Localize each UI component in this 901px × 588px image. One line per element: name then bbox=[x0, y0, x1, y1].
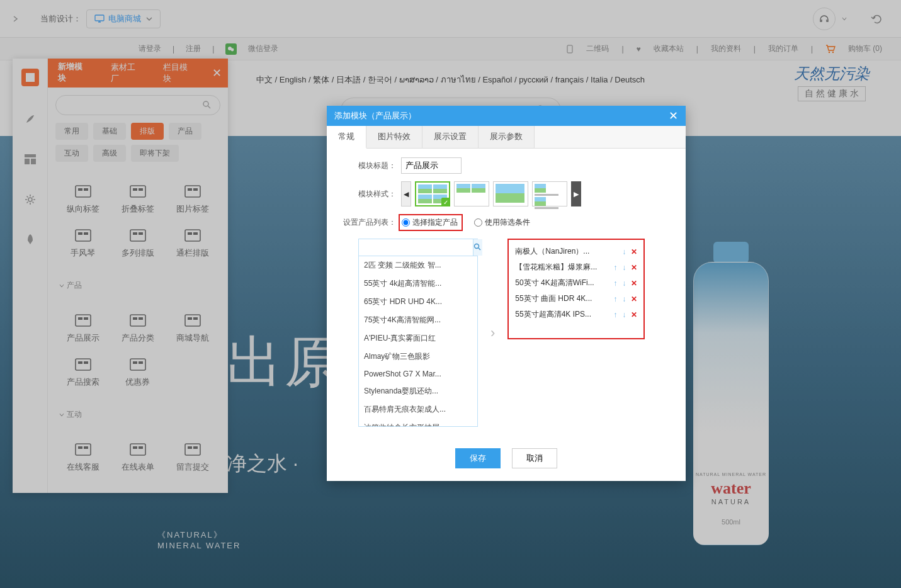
list-item[interactable]: 冰箱收纳盒长方形抽屉... bbox=[359, 419, 477, 426]
label-module-style: 模块样式： bbox=[339, 189, 396, 200]
selected-item: 南极人（NanJiren）...↑↓✕ bbox=[511, 244, 641, 259]
radio-use-filter[interactable]: 使用筛选条件 bbox=[474, 217, 530, 228]
list-item[interactable]: Almay矿物三色眼影 bbox=[359, 348, 477, 366]
save-button[interactable]: 保存 bbox=[455, 448, 501, 468]
list-item[interactable]: A'PIEU-真实雾面口红 bbox=[359, 329, 477, 348]
source-search-input[interactable] bbox=[359, 239, 473, 256]
style-prev-icon[interactable]: ◀ bbox=[401, 181, 411, 206]
move-up-icon[interactable]: ↑ bbox=[613, 279, 617, 288]
modal-tab-params[interactable]: 展示参数 bbox=[479, 126, 535, 148]
radio-select-products[interactable]: 选择指定产品 bbox=[402, 217, 458, 228]
remove-icon[interactable]: ✕ bbox=[631, 310, 637, 319]
selected-list: 南极人（NanJiren）...↑↓✕【雪花糯米糍】爆浆麻...↑↓✕50英寸 … bbox=[507, 239, 645, 339]
remove-icon[interactable]: ✕ bbox=[631, 279, 637, 288]
modal-header: 添加模块（产品展示） ✕ bbox=[327, 106, 686, 126]
source-search-icon[interactable] bbox=[473, 239, 482, 256]
label-module-title: 模块标题： bbox=[339, 161, 396, 171]
remove-icon[interactable]: ✕ bbox=[631, 263, 637, 272]
move-down-icon[interactable]: ↓ bbox=[622, 295, 626, 303]
selected-item: 50英寸 4K超高清WiFi...↑↓✕ bbox=[511, 275, 641, 291]
modal-close-icon[interactable]: ✕ bbox=[669, 109, 678, 123]
list-item[interactable]: 65英寸 HDR UHD 4K... bbox=[359, 293, 477, 311]
list-item[interactable]: Stylenanda婴肌还幼... bbox=[359, 382, 477, 400]
transfer-arrow-icon[interactable]: › bbox=[488, 325, 497, 341]
style-option-2[interactable] bbox=[454, 181, 489, 206]
move-down-icon[interactable]: ↓ bbox=[622, 247, 626, 256]
style-next-icon[interactable]: ▶ bbox=[571, 181, 581, 206]
modal-title: 添加模块（产品展示） bbox=[334, 110, 416, 122]
add-module-modal: 添加模块（产品展示） ✕ 常规 图片特效 展示设置 展示参数 模块标题： 模块样… bbox=[327, 106, 686, 481]
label-set-list: 设置产品列表： bbox=[339, 217, 396, 228]
selected-item: 55英寸超高清4K IPS...↑↓✕ bbox=[511, 307, 641, 322]
modal-tab-general[interactable]: 常规 bbox=[327, 126, 366, 149]
remove-icon[interactable]: ✕ bbox=[631, 295, 637, 303]
modal-tab-display[interactable]: 展示设置 bbox=[422, 126, 479, 148]
move-down-icon[interactable]: ↓ bbox=[622, 279, 626, 288]
list-item[interactable]: 75英寸4K高清智能网... bbox=[359, 311, 477, 329]
svg-point-54 bbox=[475, 244, 479, 249]
remove-icon[interactable]: ✕ bbox=[631, 247, 637, 256]
check-icon: ✓ bbox=[441, 198, 450, 206]
list-item[interactable]: 2匹 变频 二级能效 智... bbox=[359, 256, 477, 274]
module-title-input[interactable] bbox=[401, 157, 462, 174]
selected-item: 55英寸 曲面 HDR 4K...↑↓✕ bbox=[511, 291, 641, 307]
selected-item: 【雪花糯米糍】爆浆麻...↑↓✕ bbox=[511, 259, 641, 275]
source-list: 2匹 变频 二级能效 智...55英寸 4k超高清智能...65英寸 HDR U… bbox=[358, 239, 478, 427]
style-option-1[interactable]: ✓ bbox=[415, 181, 450, 206]
move-up-icon[interactable]: ↑ bbox=[613, 263, 617, 272]
modal-tabs: 常规 图片特效 展示设置 展示参数 bbox=[327, 126, 686, 149]
move-down-icon[interactable]: ↓ bbox=[622, 263, 626, 272]
style-option-4[interactable] bbox=[532, 181, 567, 206]
modal-tab-imgfx[interactable]: 图片特效 bbox=[366, 126, 422, 148]
move-up-icon[interactable]: ↑ bbox=[613, 295, 617, 303]
list-item[interactable]: 百易特肩无痕衣架成人... bbox=[359, 400, 477, 419]
style-option-3[interactable] bbox=[493, 181, 528, 206]
cancel-button[interactable]: 取消 bbox=[512, 448, 557, 468]
move-up-icon[interactable]: ↑ bbox=[613, 310, 617, 319]
list-item[interactable]: 55英寸 4k超高清智能... bbox=[359, 274, 477, 293]
list-item[interactable]: PowerShot G7 X Mar... bbox=[359, 366, 477, 382]
move-down-icon[interactable]: ↓ bbox=[622, 310, 626, 319]
